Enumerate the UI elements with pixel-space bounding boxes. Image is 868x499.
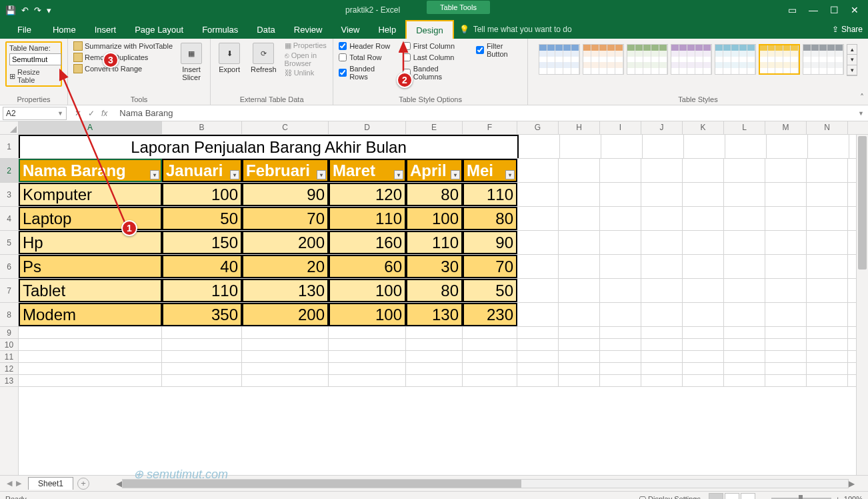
row-header-13[interactable]: 13 xyxy=(0,375,18,387)
share-button[interactable]: ⇪ Share xyxy=(832,25,863,34)
row-header-9[interactable]: 9 xyxy=(0,327,18,339)
maximize-icon[interactable]: ☐ xyxy=(830,5,839,15)
table-cell[interactable]: 80 xyxy=(463,207,517,230)
table-cell[interactable]: 20 xyxy=(242,255,329,278)
table-cell[interactable]: 100 xyxy=(329,279,406,302)
table-cell[interactable]: 50 xyxy=(162,207,242,230)
zoom-out-icon[interactable]: − xyxy=(763,495,767,500)
column-header-K[interactable]: K xyxy=(683,121,724,134)
table-style-thumb[interactable] xyxy=(627,44,668,75)
row-header-4[interactable]: 4 xyxy=(0,207,18,231)
row-header-7[interactable]: 7 xyxy=(0,279,18,303)
save-icon[interactable]: 💾 xyxy=(5,5,16,15)
table-cell[interactable]: 30 xyxy=(406,255,463,278)
table-cell[interactable]: Modem xyxy=(19,303,162,326)
normal-view-button[interactable] xyxy=(709,493,723,500)
column-header-J[interactable]: J xyxy=(641,121,683,134)
row-header-6[interactable]: 6 xyxy=(0,255,18,279)
table-style-thumb[interactable] xyxy=(715,44,756,75)
filter-dropdown-icon[interactable]: ▾ xyxy=(317,170,326,179)
minimize-icon[interactable]: — xyxy=(809,5,818,15)
row-header-8[interactable]: 8 xyxy=(0,303,18,327)
table-style-thumb[interactable] xyxy=(539,44,580,75)
column-header-F[interactable]: F xyxy=(463,121,517,134)
table-header-januari[interactable]: Januari▾ xyxy=(162,159,242,182)
table-cell[interactable]: 40 xyxy=(162,255,242,278)
banded-rows-checkbox[interactable]: Banded Rows xyxy=(339,64,391,81)
column-header-B[interactable]: B xyxy=(162,121,242,134)
table-style-thumb[interactable] xyxy=(803,44,844,75)
table-cell[interactable]: 350 xyxy=(162,303,242,326)
table-cell[interactable]: Tablet xyxy=(19,279,162,302)
table-cell[interactable]: 70 xyxy=(463,255,517,278)
export-button[interactable]: ⬇Export xyxy=(216,41,243,94)
zoom-in-icon[interactable]: + xyxy=(835,495,839,500)
table-header-maret[interactable]: Maret▾ xyxy=(329,159,406,182)
report-title-cell[interactable]: Laporan Penjualan Barang Akhir Bulan xyxy=(19,135,519,158)
sheet-nav[interactable]: ◀▶ xyxy=(0,479,28,488)
tab-help[interactable]: Help xyxy=(369,21,405,39)
table-header-mei[interactable]: Mei▾ xyxy=(463,159,517,182)
vertical-scrollbar[interactable] xyxy=(856,135,868,475)
expand-formula-icon[interactable]: ▼ xyxy=(854,110,868,117)
refresh-button[interactable]: ⟳Refresh xyxy=(248,41,279,94)
select-all-button[interactable] xyxy=(0,121,19,135)
collapse-ribbon-icon[interactable]: ˄ xyxy=(860,93,864,102)
row-header-10[interactable]: 10 xyxy=(0,339,18,351)
table-header-februari[interactable]: Februari▾ xyxy=(242,159,329,182)
ribbon-options-icon[interactable]: ▭ xyxy=(788,5,797,15)
table-cell[interactable]: 80 xyxy=(406,183,463,206)
table-cell[interactable]: 100 xyxy=(329,303,406,326)
insert-slicer-button[interactable]: ▦ Insert Slicer xyxy=(178,41,205,94)
table-style-thumb[interactable] xyxy=(759,44,800,75)
tab-page-layout[interactable]: Page Layout xyxy=(125,21,193,39)
close-icon[interactable]: ✕ xyxy=(851,5,859,15)
table-cell[interactable]: 110 xyxy=(406,231,463,254)
first-column-checkbox[interactable]: First Column xyxy=(403,41,464,51)
table-style-thumb[interactable] xyxy=(583,44,624,75)
qat-more-icon[interactable]: ▾ xyxy=(47,5,51,15)
zoom-control[interactable]: − + 100% xyxy=(763,495,863,500)
formula-input[interactable]: Nama Barang xyxy=(115,108,854,118)
filter-dropdown-icon[interactable]: ▾ xyxy=(230,170,239,179)
filter-dropdown-icon[interactable]: ▾ xyxy=(394,170,403,179)
table-cell[interactable]: 130 xyxy=(406,303,463,326)
summarize-pivot-button[interactable]: Summarize with PivotTable xyxy=(73,41,173,51)
tell-me-search[interactable]: 💡 Tell me what you want to do xyxy=(459,25,572,34)
filter-dropdown-icon[interactable]: ▾ xyxy=(150,170,159,179)
styles-scroll[interactable]: ▴▾▾ xyxy=(847,44,857,76)
table-header-nama-barang[interactable]: Nama Barang▾ xyxy=(19,159,162,182)
convert-range-button[interactable]: Convert to Range xyxy=(73,64,173,73)
column-header-N[interactable]: N xyxy=(807,121,848,134)
header-row-checkbox[interactable]: Header Row xyxy=(339,41,391,51)
column-header-M[interactable]: M xyxy=(765,121,807,134)
table-cell[interactable]: Hp xyxy=(19,231,162,254)
table-cell[interactable]: 130 xyxy=(242,279,329,302)
column-header-I[interactable]: I xyxy=(600,121,641,134)
add-sheet-button[interactable]: + xyxy=(77,478,89,490)
filter-dropdown-icon[interactable]: ▾ xyxy=(451,170,460,179)
column-header-D[interactable]: D xyxy=(329,121,406,134)
row-header-2[interactable]: 2 xyxy=(0,159,18,183)
table-cell[interactable]: 120 xyxy=(329,183,406,206)
column-header-E[interactable]: E xyxy=(406,121,463,134)
table-cell[interactable]: 150 xyxy=(162,231,242,254)
row-header-3[interactable]: 3 xyxy=(0,183,18,207)
table-cell[interactable]: Laptop xyxy=(19,207,162,230)
table-cell[interactable]: 100 xyxy=(406,207,463,230)
table-cell[interactable]: 110 xyxy=(463,183,517,206)
column-header-A[interactable]: A xyxy=(19,121,162,134)
table-cell[interactable]: 160 xyxy=(329,231,406,254)
undo-icon[interactable]: ↶ xyxy=(21,5,29,15)
row-header-11[interactable]: 11 xyxy=(0,351,18,363)
total-row-checkbox[interactable]: Total Row xyxy=(339,53,391,62)
table-cell[interactable]: 80 xyxy=(406,279,463,302)
page-break-view-button[interactable] xyxy=(741,493,755,500)
table-cell[interactable]: 60 xyxy=(329,255,406,278)
column-header-H[interactable]: H xyxy=(559,121,600,134)
cells-area[interactable]: Laporan Penjualan Barang Akhir BulanNama… xyxy=(19,135,856,475)
table-cell[interactable]: 110 xyxy=(329,207,406,230)
vertical-scroll-thumb[interactable] xyxy=(858,136,867,270)
table-header-april[interactable]: April▾ xyxy=(406,159,463,182)
table-cell[interactable]: 200 xyxy=(242,303,329,326)
